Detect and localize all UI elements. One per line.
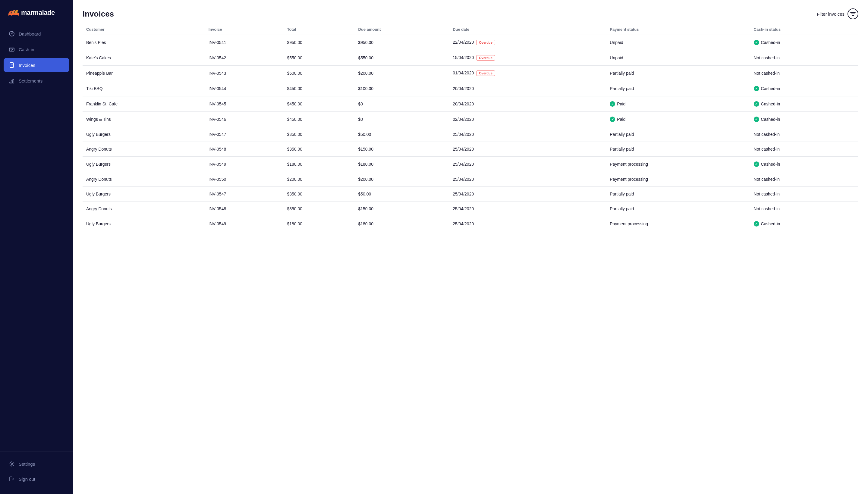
cell-customer: Ugly Burgers xyxy=(82,187,205,202)
cell-due-date: 20/04/2020 xyxy=(449,81,606,96)
table-row[interactable]: Ben's PiesINV-0541$950.00$950.0022/04/20… xyxy=(82,35,858,50)
logo-icon xyxy=(7,8,19,17)
cell-due-date: 25/04/2020 xyxy=(449,142,606,157)
page-title: Invoices xyxy=(82,10,114,19)
cell-invoice: INV-0544 xyxy=(205,81,283,96)
cell-invoice: INV-0542 xyxy=(205,50,283,66)
cashin-check-icon xyxy=(754,221,759,227)
cell-due-date: 22/04/2020Overdue xyxy=(449,35,606,50)
cell-due-amount: $0 xyxy=(355,96,449,112)
due-date-text: 01/04/2020 xyxy=(453,71,474,75)
cell-cashin-status: Not cashed-in xyxy=(750,66,858,81)
col-due-date: Due date xyxy=(449,24,606,35)
cell-customer: Pineapple Bar xyxy=(82,66,205,81)
due-date-text: 20/04/2020 xyxy=(453,101,474,106)
cashed-in-cell: Cashed-in xyxy=(754,221,855,227)
sidebar-item-dashboard[interactable]: Dashboard xyxy=(4,26,69,41)
paid-status: Paid xyxy=(610,117,746,122)
cell-total: $200.00 xyxy=(283,172,354,187)
table-row[interactable]: Wings & TinsINV-0546$450.00$002/04/2020P… xyxy=(82,112,858,127)
filter-icon xyxy=(848,8,858,19)
table-row[interactable]: Tiki BBQINV-0544$450.00$100.0020/04/2020… xyxy=(82,81,858,96)
cell-invoice: INV-0547 xyxy=(205,187,283,202)
due-date-text: 25/04/2020 xyxy=(453,132,474,137)
cell-due-amount: $200.00 xyxy=(355,66,449,81)
cell-total: $550.00 xyxy=(283,50,354,66)
cell-cashin-status: Cashed-in xyxy=(750,96,858,112)
cashed-in-cell: Cashed-in xyxy=(754,117,855,122)
cell-invoice: INV-0547 xyxy=(205,127,283,142)
cell-customer: Ugly Burgers xyxy=(82,216,205,232)
cell-invoice: INV-0549 xyxy=(205,157,283,172)
cell-payment-status: Partially paid xyxy=(606,66,750,81)
cash-in-icon xyxy=(8,46,15,53)
sidebar-item-sign-out[interactable]: Sign out xyxy=(4,472,69,486)
svg-rect-2 xyxy=(10,48,14,51)
sidebar-item-settings[interactable]: Settings xyxy=(4,457,69,471)
table-row[interactable]: Pineapple BarINV-0543$600.00$200.0001/04… xyxy=(82,66,858,81)
cell-cashin-status: Not cashed-in xyxy=(750,142,858,157)
due-date-text: 20/04/2020 xyxy=(453,86,474,91)
cell-payment-status: Paid xyxy=(606,112,750,127)
overdue-badge: Overdue xyxy=(476,71,495,76)
cell-total: $180.00 xyxy=(283,157,354,172)
cell-due-amount: $180.00 xyxy=(355,216,449,232)
cell-cashin-status: Not cashed-in xyxy=(750,172,858,187)
cell-customer: Wings & Tins xyxy=(82,112,205,127)
due-date-text: 25/04/2020 xyxy=(453,162,474,167)
paid-status: Paid xyxy=(610,101,746,107)
table-row[interactable]: Angry DonutsINV-0548$350.00$150.0025/04/… xyxy=(82,142,858,157)
cell-invoice: INV-0541 xyxy=(205,35,283,50)
svg-point-1 xyxy=(12,34,12,34)
col-customer: Customer xyxy=(82,24,205,35)
svg-rect-10 xyxy=(11,81,12,83)
cell-total: $350.00 xyxy=(283,202,354,216)
sidebar-item-settings-label: Settings xyxy=(19,461,35,467)
cell-customer: Franklin St. Cafe xyxy=(82,96,205,112)
cell-payment-status: Partially paid xyxy=(606,81,750,96)
sidebar-item-settlements[interactable]: Settlements xyxy=(4,74,69,88)
cell-due-amount: $550.00 xyxy=(355,50,449,66)
table-row[interactable]: Ugly BurgersINV-0547$350.00$50.0025/04/2… xyxy=(82,127,858,142)
due-date-text: 25/04/2020 xyxy=(453,147,474,152)
sidebar-item-cash-in-label: Cash-in xyxy=(19,47,34,52)
sidebar-item-invoices-label: Invoices xyxy=(19,63,35,68)
sidebar-item-settlements-label: Settlements xyxy=(19,78,42,83)
sidebar-item-dashboard-label: Dashboard xyxy=(19,31,41,36)
sidebar: marmalade Dashboard Cash- xyxy=(0,0,73,494)
cell-cashin-status: Not cashed-in xyxy=(750,127,858,142)
cell-payment-status: Partially paid xyxy=(606,202,750,216)
table-row[interactable]: Angry DonutsINV-0548$350.00$150.0025/04/… xyxy=(82,202,858,216)
table-row[interactable]: Angry DonutsINV-0550$200.00$200.0025/04/… xyxy=(82,172,858,187)
cell-due-amount: $50.00 xyxy=(355,187,449,202)
due-date-text: 25/04/2020 xyxy=(453,192,474,196)
due-date-text: 25/04/2020 xyxy=(453,206,474,211)
due-date-text: 02/04/2020 xyxy=(453,117,474,122)
filter-invoices-button[interactable]: Filter invoices xyxy=(817,8,858,19)
cell-payment-status: Unpaid xyxy=(606,50,750,66)
cell-total: $950.00 xyxy=(283,35,354,50)
cell-due-amount: $150.00 xyxy=(355,202,449,216)
cell-customer: Angry Donuts xyxy=(82,142,205,157)
cell-payment-status: Payment processing xyxy=(606,172,750,187)
svg-rect-9 xyxy=(10,82,11,83)
logo: marmalade xyxy=(0,0,73,26)
paid-check-icon xyxy=(610,101,615,107)
table-row[interactable]: Ugly BurgersINV-0547$350.00$50.0025/04/2… xyxy=(82,187,858,202)
cell-payment-status: Partially paid xyxy=(606,142,750,157)
sidebar-item-invoices[interactable]: Invoices xyxy=(4,58,69,72)
due-date-text: 25/04/2020 xyxy=(453,177,474,182)
table-row[interactable]: Ugly BurgersINV-0549$180.00$180.0025/04/… xyxy=(82,216,858,232)
col-invoice: Invoice xyxy=(205,24,283,35)
table-row[interactable]: Franklin St. CafeINV-0545$450.00$020/04/… xyxy=(82,96,858,112)
table-row[interactable]: Kate's CakesINV-0542$550.00$550.0015/04/… xyxy=(82,50,858,66)
cell-due-amount: $50.00 xyxy=(355,127,449,142)
cell-payment-status: Unpaid xyxy=(606,35,750,50)
cell-cashin-status: Cashed-in xyxy=(750,81,858,96)
table-container: Customer Invoice Total Due amount Due da… xyxy=(73,24,868,494)
table-row[interactable]: Ugly BurgersINV-0549$180.00$180.0025/04/… xyxy=(82,157,858,172)
col-payment-status: Payment status xyxy=(606,24,750,35)
cell-due-date: 25/04/2020 xyxy=(449,187,606,202)
sidebar-item-cash-in[interactable]: Cash-in xyxy=(4,42,69,57)
nav-items: Dashboard Cash-in xyxy=(0,26,73,452)
